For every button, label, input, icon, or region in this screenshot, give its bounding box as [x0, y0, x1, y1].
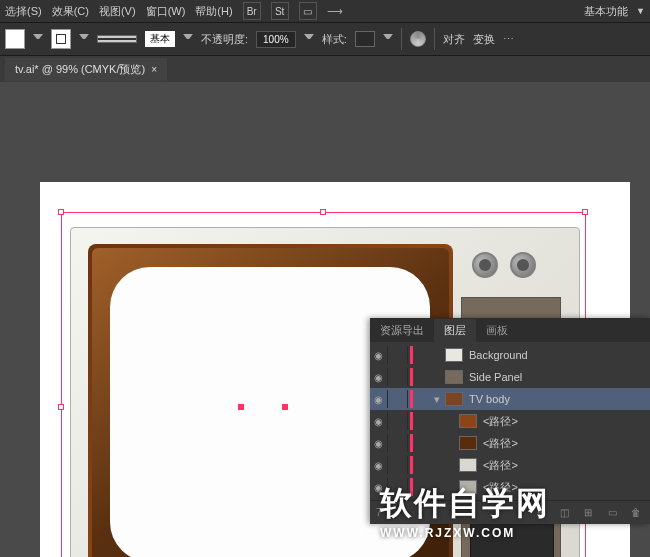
more-icon[interactable]: ⋯ [503, 33, 514, 46]
layer-color-strip [410, 412, 413, 430]
layer-color-strip [410, 478, 413, 496]
layer-name[interactable]: <路径> [479, 436, 650, 451]
arrange-icon[interactable]: ▭ [299, 2, 317, 20]
menu-view[interactable]: 视图(V) [99, 4, 136, 19]
opacity-label: 不透明度: [201, 32, 248, 47]
document-tab[interactable]: tv.ai* @ 99% (CMYK/预览) × [5, 58, 167, 81]
layer-row[interactable]: ◉ ▾ TV body [370, 388, 650, 410]
panel-tab-export[interactable]: 资源导出 [370, 319, 434, 342]
clip-mask-icon[interactable]: ◫ [556, 505, 572, 521]
workspace-switcher[interactable]: 基本功能 [584, 4, 628, 19]
stroke-swatch[interactable] [51, 29, 71, 49]
layer-thumbnail [459, 436, 477, 450]
style-label: 样式: [322, 32, 347, 47]
layer-row[interactable]: ◉ Background [370, 344, 650, 366]
control-toolbar: 基本 不透明度: 100% 样式: 对齐 变换 ⋯ [0, 22, 650, 56]
separator [401, 28, 402, 50]
stroke-dropdown-icon[interactable] [79, 34, 89, 44]
menu-window[interactable]: 窗口(W) [146, 4, 186, 19]
lock-toggle[interactable] [390, 434, 408, 452]
close-icon[interactable]: × [151, 64, 157, 75]
visibility-toggle-icon[interactable]: ◉ [370, 412, 388, 430]
bridge-icon[interactable]: Br [243, 2, 261, 20]
lock-toggle[interactable] [390, 368, 408, 386]
layer-thumbnail [459, 458, 477, 472]
layer-row[interactable]: ◉ <路径> [370, 454, 650, 476]
layer-thumbnail [445, 348, 463, 362]
layer-name[interactable]: TV body [465, 393, 650, 405]
separator [434, 28, 435, 50]
layer-row[interactable]: ◉ <路径> [370, 432, 650, 454]
selection-handle[interactable] [320, 209, 326, 215]
panel-tab-artboards[interactable]: 画板 [476, 319, 518, 342]
menu-select[interactable]: 选择(S) [5, 4, 42, 19]
transform-button[interactable]: 变换 [473, 32, 495, 47]
selection-handle[interactable] [58, 209, 64, 215]
recolor-icon[interactable] [410, 31, 426, 47]
visibility-toggle-icon[interactable]: ◉ [370, 456, 388, 474]
layer-color-strip [410, 346, 413, 364]
layer-row[interactable]: ◉ Side Panel [370, 366, 650, 388]
menu-help[interactable]: 帮助(H) [195, 4, 232, 19]
lock-toggle[interactable] [390, 478, 408, 496]
new-layer-icon[interactable]: ▭ [604, 505, 620, 521]
layer-list: ◉ Background ◉ Side Panel ◉ [370, 342, 650, 500]
stock-icon[interactable]: St [271, 2, 289, 20]
panel-tab-strip: 资源导出 图层 画板 [370, 318, 650, 342]
center-mark [282, 404, 288, 410]
layer-thumbnail [445, 370, 463, 384]
visibility-toggle-icon[interactable]: ◉ [370, 346, 388, 364]
layer-thumbnail [459, 480, 477, 494]
layer-name[interactable]: <路径> [479, 480, 650, 495]
fill-dropdown-icon[interactable] [33, 34, 43, 44]
menu-effect[interactable]: 效果(C) [52, 4, 89, 19]
menu-bar: 选择(S) 效果(C) 视图(V) 窗口(W) 帮助(H) Br St ▭ ⟶ … [0, 0, 650, 22]
layer-name[interactable]: <路径> [479, 414, 650, 429]
doc-setup-icon[interactable]: ⟶ [327, 5, 343, 18]
new-sublayer-icon[interactable]: ⊞ [580, 505, 596, 521]
visibility-toggle-icon[interactable]: ◉ [370, 390, 388, 408]
locate-icon[interactable]: ⌖ [532, 505, 548, 521]
align-button[interactable]: 对齐 [443, 32, 465, 47]
layer-name[interactable]: Side Panel [465, 371, 650, 383]
expand-icon[interactable]: ▾ [431, 393, 443, 406]
trash-icon[interactable]: 🗑 [628, 505, 644, 521]
fill-swatch[interactable] [5, 29, 25, 49]
lock-toggle[interactable] [390, 456, 408, 474]
selection-handle[interactable] [58, 404, 64, 410]
lock-toggle[interactable] [390, 346, 408, 364]
panel-tab-layers[interactable]: 图层 [434, 319, 476, 342]
layer-row[interactable]: ◉ <路径> [370, 476, 650, 498]
opacity-value[interactable]: 100% [256, 31, 296, 48]
lock-toggle[interactable] [390, 390, 408, 408]
visibility-toggle-icon[interactable]: ◉ [370, 368, 388, 386]
document-tab-bar: tv.ai* @ 99% (CMYK/预览) × [0, 56, 650, 82]
selection-handle[interactable] [582, 209, 588, 215]
layer-color-strip [410, 368, 413, 386]
chevron-down-icon[interactable]: ▼ [636, 6, 645, 16]
document-tab-label: tv.ai* @ 99% (CMYK/预览) [15, 62, 145, 77]
panel-footer: 7 ⌖ ◫ ⊞ ▭ 🗑 [370, 500, 650, 524]
layer-thumbnail [459, 414, 477, 428]
canvas[interactable]: 资源导出 图层 画板 ◉ Background ◉ Side Pane [0, 82, 650, 557]
style-dropdown-icon[interactable] [383, 34, 393, 44]
visibility-toggle-icon[interactable]: ◉ [370, 434, 388, 452]
layer-thumbnail [445, 392, 463, 406]
stroke-type-label[interactable]: 基本 [145, 31, 175, 47]
layer-name[interactable]: <路径> [479, 458, 650, 473]
layers-panel: 资源导出 图层 画板 ◉ Background ◉ Side Pane [370, 318, 650, 524]
stroke-profile[interactable] [97, 35, 137, 43]
center-mark [238, 404, 244, 410]
opacity-dropdown-icon[interactable] [304, 34, 314, 44]
stroke-type-dropdown-icon[interactable] [183, 34, 193, 44]
layer-row[interactable]: ◉ <路径> [370, 410, 650, 432]
style-swatch[interactable] [355, 31, 375, 47]
layer-count: 7 [376, 507, 382, 518]
lock-toggle[interactable] [390, 412, 408, 430]
visibility-toggle-icon[interactable]: ◉ [370, 478, 388, 496]
layer-color-strip [410, 390, 413, 408]
layer-color-strip [410, 456, 413, 474]
layer-name[interactable]: Background [465, 349, 650, 361]
layer-color-strip [410, 434, 413, 452]
